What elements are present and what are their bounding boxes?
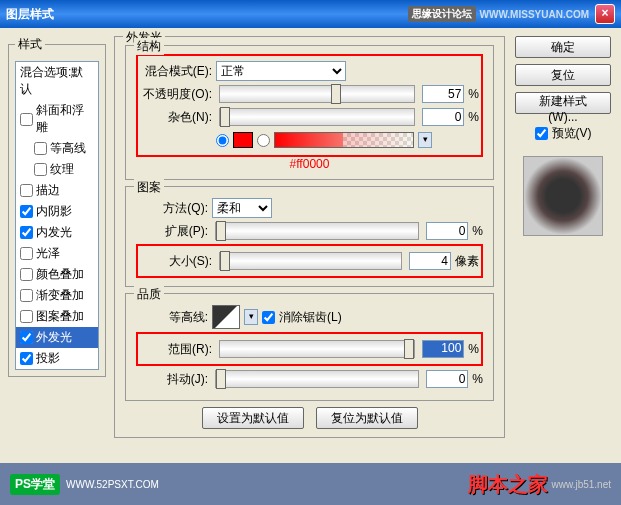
gradient-dropdown[interactable]: ▾ <box>418 132 432 148</box>
gradient-radio[interactable] <box>257 134 270 147</box>
elements-group: 图案 方法(Q): 柔和 扩展(P): % 大小(S): 像素 <box>125 186 494 287</box>
preview-label: 预览(V) <box>552 125 592 142</box>
contour-dropdown[interactable]: ▾ <box>244 309 258 325</box>
style-label: 渐变叠加 <box>36 287 84 304</box>
blend-mode-select[interactable]: 正常 <box>216 61 346 81</box>
antialias-label: 消除锯齿(L) <box>279 309 342 326</box>
color-hex-label: #ff0000 <box>136 157 483 171</box>
style-label: 斜面和浮雕 <box>36 102 94 136</box>
header-tag: 思缘设计论坛 <box>408 6 476 22</box>
style-label: 外发光 <box>36 329 72 346</box>
style-item[interactable]: 内发光 <box>16 222 98 243</box>
style-checkbox[interactable] <box>20 310 33 323</box>
style-label: 描边 <box>36 182 60 199</box>
style-checkbox[interactable] <box>20 226 33 239</box>
size-label: 大小(S): <box>140 253 212 270</box>
footer-url: WWW.52PSXT.COM <box>66 479 159 490</box>
opacity-slider[interactable] <box>219 85 415 103</box>
cancel-button[interactable]: 复位 <box>515 64 611 86</box>
style-label: 纹理 <box>50 161 74 178</box>
style-item[interactable]: 纹理 <box>16 159 98 180</box>
style-label: 等高线 <box>50 140 86 157</box>
contour-picker[interactable] <box>212 305 240 329</box>
noise-input[interactable] <box>422 108 464 126</box>
style-label: 内阴影 <box>36 203 72 220</box>
style-checkbox[interactable] <box>20 268 33 281</box>
footer-logo: PS学堂 <box>10 474 60 495</box>
range-label: 范围(R): <box>140 341 212 358</box>
new-style-button[interactable]: 新建样式(W)... <box>515 92 611 114</box>
jitter-label: 抖动(J): <box>136 371 208 388</box>
range-slider[interactable] <box>219 340 415 358</box>
antialias-checkbox[interactable] <box>262 311 275 324</box>
spread-slider[interactable] <box>215 222 419 240</box>
close-button[interactable]: × <box>595 4 615 24</box>
style-item[interactable]: 斜面和浮雕 <box>16 100 98 138</box>
spread-input[interactable] <box>426 222 468 240</box>
style-checkbox[interactable] <box>20 331 33 344</box>
style-checkbox[interactable] <box>20 289 33 302</box>
footer-brand-url: www.jb51.net <box>552 479 611 490</box>
style-item[interactable]: 外发光 <box>16 327 98 348</box>
style-item[interactable]: 光泽 <box>16 243 98 264</box>
technique-label: 方法(Q): <box>136 200 208 217</box>
structure-group: 结构 混合模式(E): 正常 不透明度(O): % 杂色(N): <box>125 45 494 180</box>
style-label: 光泽 <box>36 245 60 262</box>
style-label: 颜色叠加 <box>36 266 84 283</box>
opacity-label: 不透明度(O): <box>140 86 212 103</box>
footer-brand: 脚本之家 <box>468 471 548 498</box>
outer-glow-group: 外发光 结构 混合模式(E): 正常 不透明度(O): % 杂色(N <box>114 36 505 438</box>
quality-group: 品质 等高线: ▾ 消除锯齿(L) 范围(R): 100 % <box>125 293 494 401</box>
style-label: 图案叠加 <box>36 308 84 325</box>
noise-label: 杂色(N): <box>140 109 212 126</box>
preview-swatch <box>523 156 603 236</box>
gradient-preview[interactable] <box>274 132 414 148</box>
reset-default-button[interactable]: 复位为默认值 <box>316 407 418 429</box>
style-list: 混合选项:默认 斜面和浮雕等高线纹理描边内阴影内发光光泽颜色叠加渐变叠加图案叠加… <box>15 61 99 370</box>
opacity-input[interactable] <box>422 85 464 103</box>
styles-fieldset: 样式 混合选项:默认 斜面和浮雕等高线纹理描边内阴影内发光光泽颜色叠加渐变叠加图… <box>8 36 106 377</box>
size-input[interactable] <box>409 252 451 270</box>
make-default-button[interactable]: 设置为默认值 <box>202 407 304 429</box>
window-title: 图层样式 <box>6 6 54 23</box>
style-checkbox[interactable] <box>34 163 47 176</box>
style-item[interactable]: 描边 <box>16 180 98 201</box>
contour-label: 等高线: <box>136 309 208 326</box>
style-item[interactable]: 颜色叠加 <box>16 264 98 285</box>
style-checkbox[interactable] <box>20 113 33 126</box>
color-swatch[interactable] <box>233 132 253 148</box>
footer: PS学堂 WWW.52PSXT.COM 脚本之家 www.jb51.net <box>0 463 621 505</box>
style-checkbox[interactable] <box>34 142 47 155</box>
size-slider[interactable] <box>219 252 402 270</box>
jitter-input[interactable] <box>426 370 468 388</box>
style-checkbox[interactable] <box>20 247 33 260</box>
style-item[interactable]: 内阴影 <box>16 201 98 222</box>
ok-button[interactable]: 确定 <box>515 36 611 58</box>
spread-label: 扩展(P): <box>136 223 208 240</box>
range-highlight: 范围(R): 100 % <box>136 332 483 366</box>
styles-legend: 样式 <box>15 36 45 53</box>
titlebar: 图层样式 思缘设计论坛 WWW.MISSYUAN.COM × <box>0 0 621 28</box>
header-url: WWW.MISSYUAN.COM <box>480 9 589 20</box>
range-input[interactable]: 100 <box>422 340 464 358</box>
color-radio[interactable] <box>216 134 229 147</box>
style-checkbox[interactable] <box>20 352 33 365</box>
technique-select[interactable]: 柔和 <box>212 198 272 218</box>
blend-default[interactable]: 混合选项:默认 <box>16 62 98 100</box>
blend-mode-label: 混合模式(E): <box>140 63 212 80</box>
style-checkbox[interactable] <box>20 205 33 218</box>
style-label: 投影 <box>36 350 60 367</box>
style-item[interactable]: 等高线 <box>16 138 98 159</box>
structure-highlight: 混合模式(E): 正常 不透明度(O): % 杂色(N): % <box>136 54 483 157</box>
jitter-slider[interactable] <box>215 370 419 388</box>
style-label: 内发光 <box>36 224 72 241</box>
style-item[interactable]: 渐变叠加 <box>16 285 98 306</box>
style-item[interactable]: 投影 <box>16 348 98 369</box>
style-item[interactable]: 图案叠加 <box>16 306 98 327</box>
preview-checkbox[interactable] <box>535 127 548 140</box>
noise-slider[interactable] <box>219 108 415 126</box>
style-checkbox[interactable] <box>20 184 33 197</box>
size-highlight: 大小(S): 像素 <box>136 244 483 278</box>
